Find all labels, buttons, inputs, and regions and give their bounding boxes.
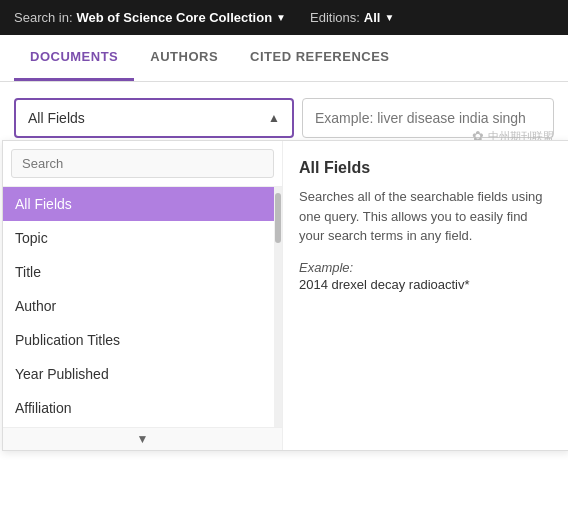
dropdown-list-wrap: All Fields Topic Title Author Publicatio… bbox=[3, 187, 274, 427]
scroll-thumb[interactable] bbox=[275, 193, 281, 243]
list-item-year-published[interactable]: Year Published bbox=[3, 357, 274, 391]
collection-dropdown[interactable]: Web of Science Core Collection ▼ bbox=[77, 10, 286, 25]
editions-label: Editions: bbox=[310, 10, 360, 25]
list-item-publisher[interactable]: Publisher bbox=[3, 425, 274, 427]
search-in-label: Search in: bbox=[14, 10, 73, 25]
top-bar: Search in: Web of Science Core Collectio… bbox=[0, 0, 568, 35]
scrollbar-container: All Fields Topic Title Author Publicatio… bbox=[3, 187, 282, 427]
list-item-topic[interactable]: Topic bbox=[3, 221, 274, 255]
field-selector-chevron-icon: ▲ bbox=[268, 111, 280, 125]
collection-value: Web of Science Core Collection bbox=[77, 10, 273, 25]
list-item-author[interactable]: Author bbox=[3, 289, 274, 323]
list-item-affiliation[interactable]: Affiliation bbox=[3, 391, 274, 425]
info-description: Searches all of the searchable fields us… bbox=[299, 187, 553, 246]
tab-authors[interactable]: AUTHORS bbox=[134, 35, 234, 81]
main-content: All Fields ▲ All Fields Topic T bbox=[0, 82, 568, 154]
info-title: All Fields bbox=[299, 159, 553, 177]
info-example-value: 2014 drexel decay radioactiv* bbox=[299, 277, 553, 292]
selected-field-label: All Fields bbox=[28, 110, 85, 126]
list-item-all-fields[interactable]: All Fields bbox=[3, 187, 274, 221]
collection-chevron-icon: ▼ bbox=[276, 12, 286, 23]
list-item-publication-titles[interactable]: Publication Titles bbox=[3, 323, 274, 357]
dropdown-info-panel: All Fields Searches all of the searchabl… bbox=[283, 141, 568, 450]
field-selector-header[interactable]: All Fields ▲ bbox=[16, 100, 292, 136]
field-selector[interactable]: All Fields ▲ All Fields Topic T bbox=[14, 98, 294, 138]
scroll-arrow-down[interactable]: ▼ bbox=[3, 427, 282, 450]
editions-chevron-icon: ▼ bbox=[384, 12, 394, 23]
dropdown-left: All Fields Topic Title Author Publicatio… bbox=[3, 141, 283, 450]
tabs-bar: DOCUMENTS AUTHORS CITED REFERENCES bbox=[0, 35, 568, 82]
info-example-label: Example: bbox=[299, 260, 553, 275]
editions-value: All bbox=[364, 10, 381, 25]
list-item-title[interactable]: Title bbox=[3, 255, 274, 289]
dropdown-search-input[interactable] bbox=[11, 149, 274, 178]
dropdown-list: All Fields Topic Title Author Publicatio… bbox=[3, 187, 274, 427]
tab-cited-references[interactable]: CITED REFERENCES bbox=[234, 35, 405, 81]
dropdown-search-container bbox=[3, 141, 282, 187]
tab-documents[interactable]: DOCUMENTS bbox=[14, 35, 134, 81]
editions-dropdown[interactable]: All ▼ bbox=[364, 10, 395, 25]
dropdown-panel: All Fields Topic Title Author Publicatio… bbox=[2, 140, 568, 451]
scroll-track bbox=[274, 187, 282, 427]
